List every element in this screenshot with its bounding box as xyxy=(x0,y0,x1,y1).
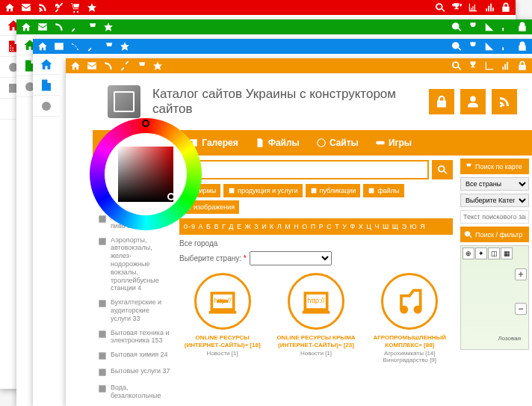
star-icon[interactable] xyxy=(87,2,97,13)
color-square[interactable] xyxy=(118,147,173,202)
map-zoom[interactable]: +− xyxy=(515,268,527,315)
svg-rect-13 xyxy=(99,385,105,392)
map-label: Лозовая xyxy=(498,335,521,342)
star-icon[interactable] xyxy=(152,61,163,71)
svg-text:http://: http:// xyxy=(308,297,325,304)
rss-icon[interactable] xyxy=(54,22,64,32)
search-icon[interactable] xyxy=(451,22,462,32)
svg-rect-17 xyxy=(369,188,374,194)
search-icon[interactable] xyxy=(451,61,462,71)
bars-icon[interactable] xyxy=(484,2,495,13)
search-button[interactable] xyxy=(432,160,453,179)
filter-tabs: фирмыпродукция и услугипубликациифайлыиз… xyxy=(179,184,453,214)
topbar-red xyxy=(0,0,516,15)
tools-icon[interactable] xyxy=(70,22,81,32)
search-input[interactable] xyxy=(179,160,429,179)
cart-icon[interactable] xyxy=(87,22,97,32)
mail-icon[interactable] xyxy=(37,22,48,32)
stats-icon[interactable] xyxy=(484,22,495,32)
main-column: фирмыпродукция и услугипубликациифайлыиз… xyxy=(175,156,457,406)
mail-icon[interactable] xyxy=(21,2,31,13)
nav-files[interactable]: Файлы xyxy=(249,135,306,151)
mail-icon[interactable] xyxy=(87,61,97,71)
svg-rect-16 xyxy=(311,188,316,194)
map-widget[interactable]: ⊕✦◫▦ +− Лозовая xyxy=(460,245,529,350)
star-icon[interactable] xyxy=(120,41,130,52)
category-item[interactable]: Бытовая техника и электроника 153 xyxy=(96,326,172,348)
home-icon[interactable] xyxy=(40,58,53,71)
stats-icon[interactable] xyxy=(484,41,495,52)
star-icon[interactable] xyxy=(103,22,114,32)
map-tools[interactable]: ⊕✦◫▦ xyxy=(463,247,513,259)
right-search-input[interactable] xyxy=(460,210,529,224)
category-item[interactable]: Бытовые услуги 37 xyxy=(96,364,172,381)
search-icon[interactable] xyxy=(435,2,445,13)
lock-icon[interactable] xyxy=(517,61,528,71)
category-item[interactable]: Бытовая химия 24 xyxy=(96,348,172,364)
lock-icon[interactable] xyxy=(517,22,528,32)
color-picker[interactable] xyxy=(90,118,202,230)
cart-icon[interactable] xyxy=(136,61,146,71)
topbar-orange xyxy=(66,58,532,73)
home-icon[interactable] xyxy=(37,41,48,52)
category-item[interactable]: Аэропорты, автовокзалы, желез-нодорожные… xyxy=(96,233,172,296)
user-button[interactable] xyxy=(460,89,486,114)
bars-icon[interactable] xyxy=(501,22,511,32)
category-cards: http://ONLINE РЕСУРСЫ (ИНТЕРНЕТ-САЙТЫ)» … xyxy=(179,273,453,363)
mail-icon[interactable] xyxy=(54,41,64,52)
filter-tab[interactable]: публикации xyxy=(306,184,361,197)
alphabet-filter[interactable]: 0-9 А Б В Г Д Е Ж З И К Л М Н О П Р С Т … xyxy=(179,218,453,235)
home-icon[interactable] xyxy=(70,61,81,71)
cart-icon[interactable] xyxy=(70,2,81,13)
rss-icon[interactable] xyxy=(70,41,81,52)
svg-rect-11 xyxy=(99,352,105,359)
filter-button[interactable]: Поиск / фильтр xyxy=(460,227,529,242)
page-title: Каталог сайтов Украины с конструктором с… xyxy=(152,87,417,117)
rss-icon[interactable] xyxy=(103,61,114,71)
cart-icon[interactable] xyxy=(103,41,114,52)
nav-games[interactable]: Игры xyxy=(369,135,418,151)
tools-icon[interactable] xyxy=(54,2,64,13)
site-logo[interactable] xyxy=(108,85,140,118)
home-icon[interactable] xyxy=(21,22,31,32)
rss-button[interactable] xyxy=(492,89,517,114)
lock-icon[interactable] xyxy=(501,2,511,13)
ring-handle[interactable] xyxy=(142,120,149,127)
country-dropdown[interactable] xyxy=(250,251,332,265)
building-icon[interactable] xyxy=(40,79,53,92)
topbar-blue xyxy=(33,39,532,54)
category-card[interactable]: АГРОПРОМЫШЛЕННЫЙ КОМПЛЕКС» [88] Агрохими… xyxy=(367,273,453,363)
svg-rect-10 xyxy=(99,330,105,337)
tools-icon[interactable] xyxy=(87,41,97,52)
filter-tab[interactable]: продукция и услуги xyxy=(223,184,302,197)
category-item[interactable]: Бухгалтерские и аудиторские услуги 33 xyxy=(96,295,172,325)
stats-icon[interactable] xyxy=(468,2,478,13)
tools-icon[interactable] xyxy=(120,61,130,71)
search-icon[interactable] xyxy=(451,41,462,52)
bars-icon[interactable] xyxy=(501,61,511,71)
trophy-icon[interactable] xyxy=(468,22,478,32)
category-card[interactable]: http://ONLINE РЕСУРСЫ (ИНТЕРНЕТ-САЙТЫ)» … xyxy=(179,273,265,363)
svg-point-4 xyxy=(318,139,326,147)
lock-icon[interactable] xyxy=(517,41,528,52)
breadcrumb: Все города xyxy=(179,239,453,247)
side-icons-blue xyxy=(33,54,60,117)
category-select[interactable]: Выберите Категорию xyxy=(460,194,529,207)
category-item[interactable]: Вода, безалкогольные xyxy=(96,381,172,403)
home-icon[interactable] xyxy=(4,2,15,13)
region-select[interactable]: Все страны xyxy=(460,177,529,191)
topbar-green xyxy=(16,19,532,34)
trophy-icon[interactable] xyxy=(468,61,478,71)
svg-rect-15 xyxy=(229,188,235,194)
stats-icon[interactable] xyxy=(484,61,495,71)
square-handle[interactable] xyxy=(167,193,175,200)
lock-button[interactable] xyxy=(429,89,454,114)
category-card[interactable]: http://ONLINE РЕСУРСЫ КРЫМА (ИНТЕРНЕТ-СА… xyxy=(273,273,359,363)
filter-tab[interactable]: файлы xyxy=(363,184,403,197)
nav-sites[interactable]: Сайты xyxy=(310,135,365,151)
trophy-icon[interactable] xyxy=(451,2,462,13)
bars-icon[interactable] xyxy=(501,41,511,52)
rss-icon[interactable] xyxy=(37,2,48,13)
trophy-icon[interactable] xyxy=(468,41,478,52)
map-search-header[interactable]: Поиск по карте xyxy=(460,159,529,174)
